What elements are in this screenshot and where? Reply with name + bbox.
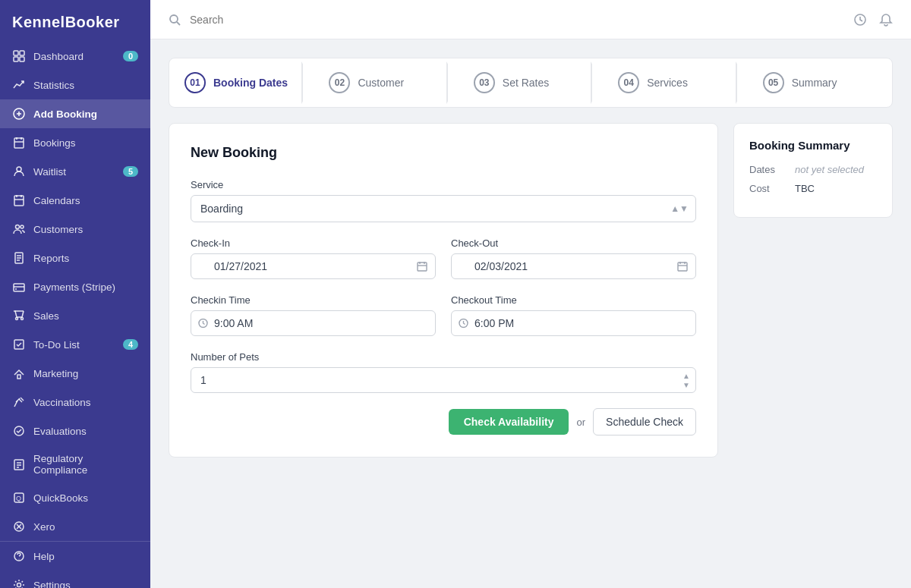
checkout-input-wrap (451, 253, 696, 279)
sidebar-item-reports[interactable]: Reports (0, 244, 150, 272)
checkout-time-clock-icon (459, 319, 468, 329)
service-select[interactable]: Boarding Daycare Grooming Training (191, 195, 696, 222)
sidebar-item-regulatory[interactable]: Regulatory Compliance (0, 445, 150, 483)
sales-icon (12, 309, 26, 322)
sidebar-item-dashboard-label: Dashboard (33, 51, 84, 62)
sidebar-item-vaccinations[interactable]: Vaccinations (0, 388, 150, 417)
sidebar-item-sales[interactable]: Sales (0, 301, 150, 330)
search-icon (169, 14, 181, 26)
form-actions: Check Availability or Schedule Check (191, 408, 696, 435)
notification-icon[interactable] (879, 13, 893, 27)
summary-dates-row: Dates not yet selected (749, 164, 877, 175)
service-label: Service (191, 179, 696, 190)
svg-rect-2 (14, 57, 18, 61)
sidebar-item-payments[interactable]: Payments (Stripe) (0, 272, 150, 301)
sidebar-item-marketing[interactable]: Marketing (0, 359, 150, 388)
svg-point-16 (16, 225, 20, 229)
page-content: 01 Booking Dates 02 Customer 03 Set Rate… (150, 39, 911, 588)
sidebar-item-settings[interactable]: Settings (0, 571, 150, 588)
sidebar-item-calendars-label: Calendars (33, 195, 80, 206)
num-pets-label: Number of Pets (191, 351, 696, 363)
summary-title: Booking Summary (749, 139, 877, 152)
dashboard-badge: 0 (123, 51, 138, 61)
summary-cost-value: TBC (795, 183, 815, 194)
quickbooks-icon: Q (12, 491, 26, 505)
sidebar-item-calendars[interactable]: Calendars (0, 186, 150, 215)
step-label-1: Booking Dates (213, 77, 288, 89)
svg-rect-3 (20, 57, 24, 61)
sidebar-item-dashboard[interactable]: Dashboard 0 (0, 42, 150, 71)
sidebar-item-evaluations[interactable]: Evaluations (0, 417, 150, 445)
svg-rect-12 (14, 196, 24, 206)
sidebar-item-quickbooks[interactable]: Q QuickBooks (0, 483, 150, 512)
step-label-2: Customer (358, 77, 404, 89)
checkin-calendar-icon[interactable] (416, 260, 428, 272)
checkin-time-label: Checkin Time (191, 294, 436, 306)
checkin-time-clock-icon (198, 319, 208, 329)
sidebar-nav: Dashboard 0 Statistics Add Booking (0, 42, 150, 541)
topbar (150, 0, 911, 39)
svg-point-44 (19, 559, 20, 560)
main-content: 01 Booking Dates 02 Customer 03 Set Rate… (150, 0, 911, 588)
step-booking-dates[interactable]: 01 Booking Dates (169, 58, 314, 107)
checkout-group: Check-Out (451, 237, 696, 279)
check-availability-button[interactable]: Check Availability (449, 409, 569, 435)
sidebar-item-sales-label: Sales (33, 310, 59, 322)
regulatory-icon (12, 458, 26, 471)
checkin-input-wrap (191, 253, 436, 279)
svg-line-31 (20, 398, 24, 401)
sidebar-item-quickbooks-label: QuickBooks (33, 492, 88, 504)
vaccinations-icon (12, 395, 26, 409)
todo-icon (12, 338, 26, 351)
checkout-time-input[interactable] (451, 310, 696, 336)
checkin-time-input[interactable] (191, 310, 436, 336)
step-label-4: Services (647, 77, 688, 89)
step-num-5: 05 (763, 72, 784, 93)
booking-summary-card: Booking Summary Dates not yet selected C… (733, 123, 893, 218)
checkout-label: Check-Out (451, 237, 696, 249)
sidebar-item-waitlist[interactable]: Waitlist 5 (0, 157, 150, 186)
history-icon[interactable] (853, 13, 867, 27)
sidebar-item-customers[interactable]: Customers (0, 215, 150, 244)
schedule-check-button[interactable]: Schedule Check (593, 408, 696, 435)
sidebar-item-help[interactable]: Help (0, 542, 150, 571)
sidebar-item-regulatory-label: Regulatory Compliance (33, 453, 138, 476)
svg-line-28 (22, 311, 24, 317)
form-summary-wrapper: New Booking Service Boarding Daycare Gro… (169, 123, 893, 458)
checkout-input[interactable] (451, 253, 696, 279)
num-pets-group: Number of Pets ▲▼ (191, 351, 696, 393)
svg-point-45 (17, 583, 21, 587)
step-summary[interactable]: 05 Summary (748, 58, 892, 107)
statistics-icon (12, 78, 26, 92)
summary-dates-key: Dates (749, 164, 783, 175)
sidebar-item-bookings[interactable]: Bookings (0, 128, 150, 157)
bookings-icon (12, 136, 26, 149)
customers-icon (12, 222, 26, 236)
checkin-input[interactable] (191, 253, 436, 279)
num-pets-input[interactable] (191, 367, 696, 393)
svg-point-17 (20, 225, 24, 228)
sidebar-item-add-booking[interactable]: Add Booking (0, 99, 150, 128)
summary-cost-key: Cost (749, 183, 783, 194)
checkout-calendar-icon[interactable] (676, 260, 689, 272)
sidebar-item-statistics[interactable]: Statistics (0, 71, 150, 99)
sidebar-item-xero[interactable]: Xero (0, 512, 150, 541)
step-set-rates[interactable]: 03 Set Rates (459, 58, 603, 107)
waitlist-badge: 5 (123, 166, 138, 177)
or-text: or (576, 417, 585, 428)
add-booking-icon (12, 107, 26, 121)
help-icon (12, 549, 26, 563)
svg-rect-22 (14, 284, 24, 291)
summary-cost-row: Cost TBC (749, 183, 877, 194)
search-input[interactable] (190, 14, 844, 26)
checkin-time-group: Checkin Time (191, 294, 436, 336)
svg-rect-1 (20, 51, 24, 55)
sidebar-item-todo[interactable]: To-Do List 4 (0, 330, 150, 359)
step-label-5: Summary (792, 77, 837, 89)
booking-stepper: 01 Booking Dates 02 Customer 03 Set Rate… (169, 58, 893, 108)
sidebar-item-payments-label: Payments (Stripe) (33, 281, 115, 293)
step-customer[interactable]: 02 Customer (314, 58, 458, 107)
svg-rect-54 (678, 263, 687, 271)
step-num-4: 04 (618, 72, 639, 93)
step-services[interactable]: 04 Services (603, 58, 747, 107)
